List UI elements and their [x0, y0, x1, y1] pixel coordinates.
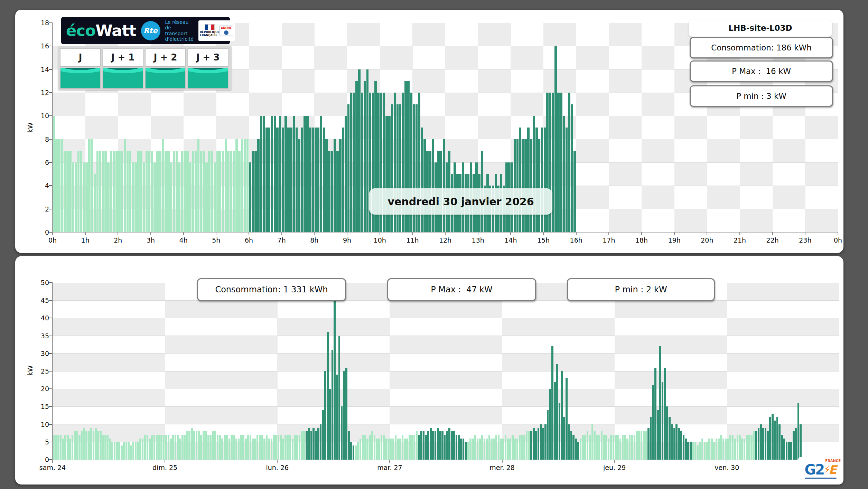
bar	[516, 139, 519, 232]
bar	[704, 442, 706, 460]
x-tick-mark	[576, 232, 577, 235]
bar	[463, 439, 464, 460]
bar	[774, 421, 776, 460]
bar	[456, 435, 457, 460]
y-tick-mark	[49, 185, 53, 186]
grid-cell	[53, 389, 165, 406]
bar	[381, 435, 382, 460]
bar	[53, 116, 55, 232]
bar	[666, 406, 668, 460]
bar	[193, 431, 195, 460]
bar	[196, 431, 197, 460]
x-tick-mark	[249, 232, 249, 235]
bar	[626, 439, 628, 460]
week-consumption-badge: Consommation: 1 331 kWh	[197, 278, 346, 301]
bar	[795, 428, 797, 460]
bar	[577, 442, 579, 460]
bar	[343, 371, 345, 460]
bar	[495, 435, 497, 460]
bar	[107, 162, 110, 232]
bar	[338, 336, 340, 460]
x-tick-mark	[445, 232, 446, 235]
bar	[781, 435, 783, 460]
bar	[81, 431, 83, 460]
bar	[345, 368, 347, 460]
bar	[443, 139, 445, 232]
bar	[364, 435, 366, 460]
bar	[240, 435, 242, 460]
bar	[788, 442, 790, 460]
bar	[233, 151, 235, 232]
bar	[336, 151, 339, 232]
bar	[205, 431, 207, 460]
bar	[650, 417, 652, 460]
y-tick-mark	[49, 22, 53, 23]
y-tick-label: 50	[31, 279, 49, 286]
bar	[533, 428, 534, 460]
bar	[765, 428, 766, 460]
bar	[55, 139, 58, 232]
bar	[488, 435, 490, 460]
bar	[260, 116, 262, 232]
x-tick-mark	[380, 232, 380, 235]
bar	[519, 128, 522, 232]
bar	[435, 431, 436, 460]
tab-day-j3[interactable]: J + 3	[188, 48, 228, 66]
bar	[252, 151, 254, 232]
ecowatt-eco-text: éco	[66, 21, 95, 40]
bar	[78, 435, 80, 460]
bar	[156, 151, 159, 232]
ecowatt-forecast-widget: J J + 1 J + 2 J + 3	[58, 46, 232, 90]
y-tick-label: 0	[31, 228, 49, 236]
y-tick-mark	[49, 209, 53, 209]
grid-cell	[576, 139, 609, 162]
bar	[214, 431, 216, 460]
bar	[58, 139, 60, 232]
y-tick-label: 14	[31, 66, 49, 73]
tab-day-j[interactable]: J	[60, 48, 101, 66]
bar	[301, 128, 303, 232]
bar	[762, 428, 764, 460]
bar	[294, 435, 296, 460]
bar	[184, 151, 186, 232]
gridline	[53, 424, 839, 424]
y-tick-label: 20	[31, 385, 49, 393]
x-tick-label: lun. 26	[256, 464, 298, 471]
bar	[306, 431, 307, 460]
bar	[293, 116, 295, 232]
bar	[143, 162, 145, 232]
tab-day-j2[interactable]: J + 2	[145, 48, 186, 66]
bar	[527, 128, 530, 232]
bar	[420, 431, 422, 460]
x-tick-label: ven. 30	[706, 464, 748, 471]
grid-cell	[615, 336, 727, 354]
bar	[238, 151, 241, 232]
y-tick-label: 15	[31, 403, 49, 410]
bar	[441, 431, 443, 460]
grid-cell	[249, 93, 282, 116]
y-tick-mark	[49, 115, 53, 116]
bar	[589, 435, 591, 460]
bar	[137, 151, 140, 232]
grid-cell	[511, 93, 543, 116]
bar	[137, 442, 139, 460]
government-logos: RÉPUBLIQUE FRANÇAISE ADEME	[198, 20, 235, 41]
bar	[783, 439, 785, 460]
grid-cell	[85, 116, 118, 139]
g2-wordmark: G2	[805, 463, 824, 477]
bar	[317, 428, 319, 460]
bar	[362, 435, 364, 460]
bar	[83, 428, 85, 460]
bar	[669, 417, 670, 460]
grid-cell	[609, 162, 642, 186]
grid-cell	[249, 46, 282, 69]
bar	[533, 116, 535, 232]
bar	[776, 417, 778, 460]
day-pmax-badge: P Max : 16 kW	[690, 60, 833, 82]
gridline	[53, 406, 839, 407]
bar	[216, 151, 219, 232]
bar	[652, 385, 654, 460]
tab-day-j1[interactable]: J + 1	[103, 48, 143, 66]
bar	[397, 439, 399, 460]
grid-cell	[390, 406, 502, 424]
